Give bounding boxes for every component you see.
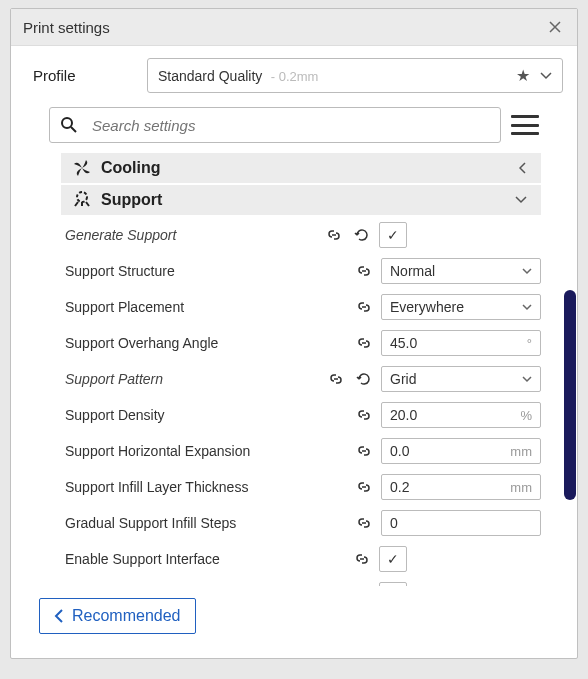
checkbox-enable-roof[interactable] xyxy=(379,582,407,586)
setting-structure: Support Structure Normal xyxy=(61,253,541,289)
input-infill-thick[interactable]: 0.2mm xyxy=(381,474,541,500)
chevron-down-icon xyxy=(515,196,533,204)
checkbox-enable-interface[interactable] xyxy=(379,546,407,572)
setting-label: Generate Support xyxy=(61,227,317,243)
link-icon[interactable] xyxy=(353,260,375,282)
input-gradual-steps[interactable]: 0 xyxy=(381,510,541,536)
settings-scroll[interactable]: Cooling Support Generate Support xyxy=(61,153,541,586)
link-icon[interactable] xyxy=(351,584,373,586)
dropdown-placement[interactable]: Everywhere xyxy=(381,294,541,320)
setting-overhang: Support Overhang Angle 45.0° xyxy=(61,325,541,361)
setting-label: Support Density xyxy=(61,407,347,423)
chevron-left-icon xyxy=(54,609,64,623)
setting-label: Support Structure xyxy=(61,263,347,279)
link-icon[interactable] xyxy=(325,368,347,390)
setting-infill-thick: Support Infill Layer Thickness 0.2mm xyxy=(61,469,541,505)
setting-label: Support Placement xyxy=(61,299,347,315)
setting-gradual-steps: Gradual Support Infill Steps 0 xyxy=(61,505,541,541)
reset-icon[interactable] xyxy=(351,224,373,246)
link-icon[interactable] xyxy=(353,512,375,534)
link-icon[interactable] xyxy=(353,296,375,318)
section-title: Support xyxy=(101,191,515,209)
setting-enable-roof: Enable Support Roof xyxy=(61,577,541,586)
profile-select[interactable]: Standard Quality - 0.2mm ★ xyxy=(147,58,563,93)
reset-icon[interactable] xyxy=(353,368,375,390)
scrollbar-thumb[interactable] xyxy=(564,290,576,500)
dropdown-pattern[interactable]: Grid xyxy=(381,366,541,392)
profile-name: Standard Quality xyxy=(158,68,262,84)
link-icon[interactable] xyxy=(353,476,375,498)
chevron-down-icon xyxy=(540,72,552,80)
search-input[interactable] xyxy=(92,117,490,134)
svg-point-1 xyxy=(77,192,87,202)
setting-label: Support Overhang Angle xyxy=(61,335,347,351)
section-support[interactable]: Support xyxy=(61,185,541,215)
setting-label: Support Pattern xyxy=(61,371,319,387)
input-density[interactable]: 20.0% xyxy=(381,402,541,428)
section-cooling[interactable]: Cooling xyxy=(61,153,541,183)
recommended-label: Recommended xyxy=(72,607,181,625)
close-button[interactable] xyxy=(545,17,565,37)
hamburger-icon xyxy=(511,115,539,118)
search-row xyxy=(49,107,539,143)
search-box[interactable] xyxy=(49,107,501,143)
search-icon xyxy=(60,116,78,134)
setting-pattern: Support Pattern Grid xyxy=(61,361,541,397)
profile-row: Profile Standard Quality - 0.2mm ★ xyxy=(25,58,563,93)
setting-generate-support: Generate Support xyxy=(61,217,541,253)
section-title: Cooling xyxy=(101,159,519,177)
setting-label: Gradual Support Infill Steps xyxy=(61,515,347,531)
menu-button[interactable] xyxy=(511,113,539,137)
input-horiz-exp[interactable]: 0.0mm xyxy=(381,438,541,464)
link-icon[interactable] xyxy=(323,224,345,246)
profile-hint: - 0.2mm xyxy=(271,69,319,84)
close-icon xyxy=(549,21,561,33)
star-icon[interactable]: ★ xyxy=(516,66,530,85)
link-icon[interactable] xyxy=(353,404,375,426)
setting-label: Support Infill Layer Thickness xyxy=(61,479,347,495)
link-icon[interactable] xyxy=(353,332,375,354)
setting-label: Enable Support Interface xyxy=(61,551,345,567)
support-icon xyxy=(69,190,95,210)
setting-enable-interface: Enable Support Interface xyxy=(61,541,541,577)
link-icon[interactable] xyxy=(351,548,373,570)
recommended-button[interactable]: Recommended xyxy=(39,598,196,634)
setting-label: Support Horizontal Expansion xyxy=(61,443,347,459)
chevron-left-icon xyxy=(519,162,533,174)
checkbox-generate-support[interactable] xyxy=(379,222,407,248)
dropdown-structure[interactable]: Normal xyxy=(381,258,541,284)
panel-title: Print settings xyxy=(23,19,110,36)
fan-icon xyxy=(69,158,95,178)
print-settings-panel: Print settings Profile Standard Quality … xyxy=(10,8,578,659)
setting-density: Support Density 20.0% xyxy=(61,397,541,433)
panel-content: Profile Standard Quality - 0.2mm ★ xyxy=(11,46,577,658)
titlebar: Print settings xyxy=(11,9,577,46)
setting-horiz-exp: Support Horizontal Expansion 0.0mm xyxy=(61,433,541,469)
footer: Recommended xyxy=(25,586,563,646)
input-overhang[interactable]: 45.0° xyxy=(381,330,541,356)
svg-point-0 xyxy=(62,118,72,128)
setting-placement: Support Placement Everywhere xyxy=(61,289,541,325)
profile-label: Profile xyxy=(25,67,135,84)
link-icon[interactable] xyxy=(353,440,375,462)
